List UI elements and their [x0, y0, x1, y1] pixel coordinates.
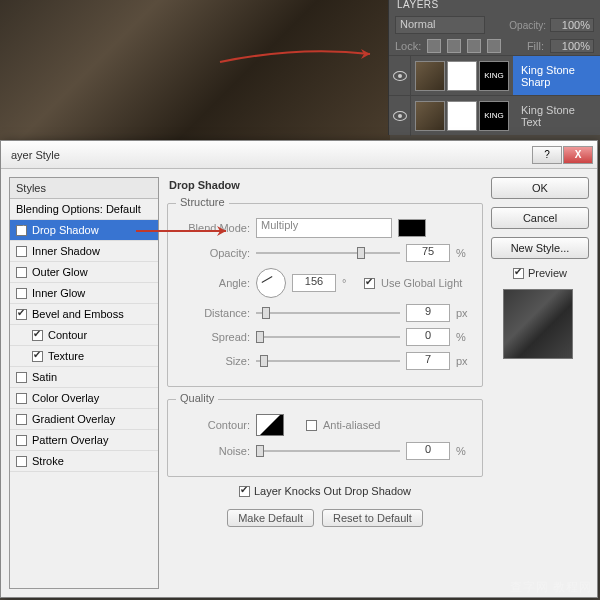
checkbox-icon[interactable]	[16, 372, 27, 383]
preview-swatch	[503, 289, 573, 359]
reset-default-button[interactable]: Reset to Default	[322, 509, 423, 527]
knockout-checkbox[interactable]	[239, 486, 250, 497]
inner-glow-row[interactable]: Inner Glow	[10, 283, 158, 304]
checkbox-icon[interactable]	[16, 225, 27, 236]
opacity-slider[interactable]	[256, 246, 400, 260]
styles-header[interactable]: Styles	[10, 178, 158, 199]
size-slider[interactable]	[256, 354, 400, 368]
angle-label: Angle:	[178, 277, 250, 289]
size-label: Size:	[178, 355, 250, 367]
outer-glow-row[interactable]: Outer Glow	[10, 262, 158, 283]
stroke-row[interactable]: Stroke	[10, 451, 158, 472]
layer-fx-thumb[interactable]: KING	[479, 61, 509, 91]
fill-value[interactable]: 100%	[550, 39, 594, 53]
close-button[interactable]: X	[563, 146, 593, 164]
dialog-title: ayer Style	[5, 149, 532, 161]
pattern-overlay-row[interactable]: Pattern Overlay	[10, 430, 158, 451]
layer-fx-thumb[interactable]: KING	[479, 101, 509, 131]
color-overlay-row[interactable]: Color Overlay	[10, 388, 158, 409]
global-light-checkbox[interactable]	[364, 278, 375, 289]
structure-group: Structure Blend Mode: Multiply Opacity: …	[167, 203, 483, 387]
lock-paint-icon[interactable]	[447, 39, 461, 53]
spread-label: Spread:	[178, 331, 250, 343]
checkbox-icon[interactable]	[16, 246, 27, 257]
opacity-input[interactable]: 75	[406, 244, 450, 262]
opacity-value[interactable]: 100%	[550, 18, 594, 32]
layer-name[interactable]: King Stone Sharp	[513, 56, 600, 95]
layer-mask-thumb[interactable]	[447, 101, 477, 131]
checkbox-icon[interactable]	[32, 351, 43, 362]
drop-shadow-row[interactable]: Drop Shadow	[10, 220, 158, 241]
checkbox-icon[interactable]	[16, 267, 27, 278]
checkbox-icon[interactable]	[32, 330, 43, 341]
checkbox-icon[interactable]	[16, 309, 27, 320]
size-input[interactable]: 7	[406, 352, 450, 370]
layers-panel: LAYERS Normal Opacity: 100% Lock: Fill: …	[388, 0, 600, 135]
lock-position-icon[interactable]	[467, 39, 481, 53]
noise-input[interactable]: 0	[406, 442, 450, 460]
lock-label: Lock:	[395, 40, 421, 52]
inner-shadow-row[interactable]: Inner Shadow	[10, 241, 158, 262]
new-style-button[interactable]: New Style...	[491, 237, 589, 259]
contour-row[interactable]: Contour	[10, 325, 158, 346]
lock-transparent-icon[interactable]	[427, 39, 441, 53]
opacity-label: Opacity:	[178, 247, 250, 259]
eye-icon	[393, 71, 407, 81]
layer-mask-thumb[interactable]	[447, 61, 477, 91]
layer-thumb[interactable]	[415, 101, 445, 131]
blend-mode-label: Blend Mode:	[178, 222, 250, 234]
ok-button[interactable]: OK	[491, 177, 589, 199]
dialog-titlebar[interactable]: ayer Style ? X	[1, 141, 597, 169]
checkbox-icon[interactable]	[16, 414, 27, 425]
spread-input[interactable]: 0	[406, 328, 450, 346]
contour-label: Contour:	[178, 419, 250, 431]
section-title: Drop Shadow	[167, 177, 483, 191]
spread-slider[interactable]	[256, 330, 400, 344]
antialiased-checkbox[interactable]	[306, 420, 317, 431]
help-button[interactable]: ?	[532, 146, 562, 164]
blending-options-row[interactable]: Blending Options: Default	[10, 199, 158, 220]
opacity-label: Opacity:	[509, 20, 546, 31]
noise-slider[interactable]	[256, 444, 400, 458]
blend-mode-select[interactable]: Normal	[395, 16, 485, 34]
quality-group: Quality Contour: Anti-aliased Noise: 0 %	[167, 399, 483, 477]
checkbox-icon[interactable]	[16, 288, 27, 299]
layer-name[interactable]: King Stone Text	[513, 96, 600, 135]
checkbox-icon[interactable]	[16, 456, 27, 467]
visibility-toggle[interactable]	[389, 96, 411, 136]
visibility-toggle[interactable]	[389, 56, 411, 96]
layer-row[interactable]: KING King Stone Text	[389, 95, 600, 135]
lock-all-icon[interactable]	[487, 39, 501, 53]
quality-label: Quality	[176, 392, 218, 404]
antialiased-label: Anti-aliased	[323, 419, 380, 431]
checkbox-icon[interactable]	[16, 393, 27, 404]
layer-row[interactable]: KING King Stone Sharp	[389, 55, 600, 95]
make-default-button[interactable]: Make Default	[227, 509, 314, 527]
checkbox-icon[interactable]	[16, 435, 27, 446]
layers-panel-title: LAYERS	[389, 0, 600, 13]
fill-label: Fill:	[527, 40, 544, 52]
preview-checkbox[interactable]	[513, 268, 524, 279]
layer-thumb[interactable]	[415, 61, 445, 91]
styles-list: Styles Blending Options: Default Drop Sh…	[9, 177, 159, 589]
blend-mode-select[interactable]: Multiply	[256, 218, 392, 238]
texture-row[interactable]: Texture	[10, 346, 158, 367]
preview-label: Preview	[528, 267, 567, 279]
contour-picker[interactable]	[256, 414, 284, 436]
cancel-button[interactable]: Cancel	[491, 207, 589, 229]
distance-input[interactable]: 9	[406, 304, 450, 322]
bevel-row[interactable]: Bevel and Emboss	[10, 304, 158, 325]
settings-column: Drop Shadow Structure Blend Mode: Multip…	[167, 177, 483, 589]
distance-slider[interactable]	[256, 306, 400, 320]
satin-row[interactable]: Satin	[10, 367, 158, 388]
shadow-color-swatch[interactable]	[398, 219, 426, 237]
dialog-actions: OK Cancel New Style... Preview	[491, 177, 589, 589]
rock-background	[0, 0, 390, 140]
noise-label: Noise:	[178, 445, 250, 457]
eye-icon	[393, 111, 407, 121]
gradient-overlay-row[interactable]: Gradient Overlay	[10, 409, 158, 430]
global-light-label: Use Global Light	[381, 277, 462, 289]
angle-input[interactable]: 156	[292, 274, 336, 292]
knockout-label: Layer Knocks Out Drop Shadow	[254, 485, 411, 497]
angle-dial[interactable]	[256, 268, 286, 298]
